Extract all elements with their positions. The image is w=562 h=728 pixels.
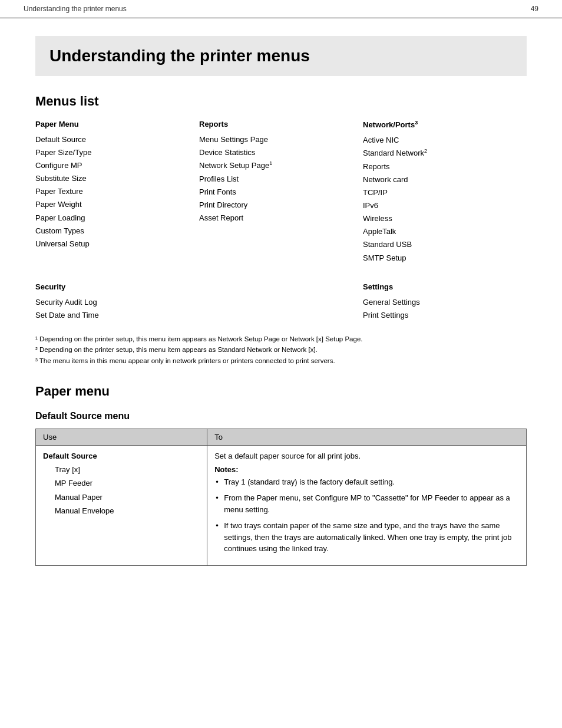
footnotes-section: ¹ Depending on the printer setup, this m…	[35, 334, 527, 366]
list-item: Network card	[363, 173, 515, 186]
list-item: Print Directory	[199, 199, 351, 212]
list-item: Menu Settings Page	[199, 133, 351, 146]
list-item: Default Source	[35, 133, 187, 146]
default-source-label: Default Source	[43, 452, 200, 460]
footnote-2: ² Depending on the printer setup, this m…	[35, 344, 527, 355]
paper-menu-title: Paper menu	[35, 384, 527, 399]
notes-label: Notes:	[214, 465, 519, 474]
list-item: TCP/IP	[363, 186, 515, 199]
paper-menu-column: Paper Menu Default Source Paper Size/Typ…	[35, 120, 199, 265]
list-item: Profiles List	[199, 173, 351, 186]
security-header: Security	[35, 282, 187, 291]
list-item: Standard USB	[363, 238, 515, 251]
table-cell-use: Default Source Tray [x] MP Feeder Manual…	[36, 445, 207, 565]
menus-grid: Paper Menu Default Source Paper Size/Typ…	[35, 120, 527, 265]
menus-list-title: Menus list	[35, 94, 527, 109]
table-header-row: Use To	[36, 429, 526, 445]
list-item: Paper Size/Type	[35, 146, 187, 159]
list-item: Substitute Size	[35, 172, 187, 185]
list-item: Print Settings	[363, 309, 515, 322]
notes-list: Tray 1 (standard tray) is the factory de…	[214, 476, 519, 555]
list-item: SMTP Setup	[363, 252, 515, 265]
reports-column: Reports Menu Settings Page Device Statis…	[199, 120, 363, 265]
list-item: AppleTalk	[363, 225, 515, 238]
list-item: Set Date and Time	[35, 309, 187, 322]
list-item: Print Fonts	[199, 186, 351, 199]
network-ports-header: Network/Ports3	[363, 120, 515, 129]
security-settings-grid: Security Security Audit Log Set Date and…	[35, 282, 527, 322]
list-item: General Settings	[363, 296, 515, 309]
to-description: Set a default paper source for all print…	[214, 452, 519, 460]
table-header-use: Use	[36, 429, 207, 445]
paper-menu-header: Paper Menu	[35, 120, 187, 129]
mp-feeder-item: MP Feeder	[43, 476, 200, 490]
list-item: Reports	[363, 160, 515, 173]
list-item: Custom Types	[35, 225, 187, 238]
list-item: Paper Weight	[35, 198, 187, 211]
list-item: IPv6	[363, 199, 515, 212]
page-header: Understanding the printer menus 49	[0, 0, 562, 18]
table-header-to: To	[207, 429, 526, 445]
list-item: Device Statistics	[199, 146, 351, 159]
header-left: Understanding the printer menus	[24, 5, 127, 13]
reports-header: Reports	[199, 120, 351, 129]
note-3: If two trays contain paper of the same s…	[214, 520, 519, 555]
settings-header: Settings	[363, 282, 515, 291]
table-cell-to: Set a default paper source for all print…	[207, 445, 526, 565]
list-item: Paper Loading	[35, 212, 187, 225]
list-item: Configure MP	[35, 159, 187, 172]
list-item: Security Audit Log	[35, 296, 187, 309]
settings-column: Settings General Settings Print Settings	[363, 282, 527, 322]
manual-paper-item: Manual Paper	[43, 490, 200, 504]
table-body: Default Source Tray [x] MP Feeder Manual…	[36, 445, 526, 565]
footnote-1: ¹ Depending on the printer setup, this m…	[35, 334, 527, 344]
manual-envelope-item: Manual Envelope	[43, 504, 200, 518]
menus-list-section: Menus list Paper Menu Default Source Pap…	[35, 94, 527, 366]
header-page-number: 49	[531, 5, 538, 13]
default-source-title: Default Source menu	[35, 411, 527, 421]
note-2: From the Paper menu, set Configure MP to…	[214, 492, 519, 515]
list-item: Asset Report	[199, 212, 351, 225]
tray-x-item: Tray [x]	[43, 463, 200, 476]
list-item: Standard Network2	[363, 147, 515, 160]
list-item: Wireless	[363, 212, 515, 225]
list-item: Universal Setup	[35, 238, 187, 251]
network-ports-column: Network/Ports3 Active NIC Standard Netwo…	[363, 120, 527, 265]
page-title: Understanding the printer menus	[35, 36, 527, 76]
list-item: Network Setup Page1	[199, 159, 351, 172]
empty-column	[199, 282, 363, 322]
list-item: Paper Texture	[35, 185, 187, 198]
note-1: Tray 1 (standard tray) is the factory de…	[214, 476, 519, 488]
list-item: Active NIC	[363, 134, 515, 147]
footnote-3: ³ The menu items in this menu appear onl…	[35, 355, 527, 366]
default-source-table: Use To Default Source Tray [x] MP Feeder…	[35, 429, 527, 566]
security-column: Security Security Audit Log Set Date and…	[35, 282, 199, 322]
